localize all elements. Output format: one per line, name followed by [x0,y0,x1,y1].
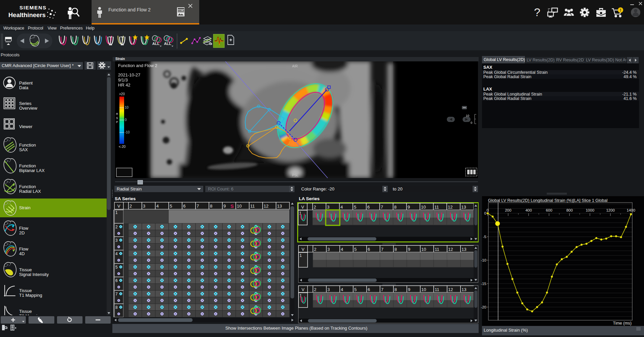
svg-text:7: 7 [197,204,199,209]
svg-text:10: 10 [421,247,426,252]
svg-text:1000: 1000 [586,208,594,212]
svg-text:4: 4 [341,247,343,252]
svg-text:!: ! [620,8,621,13]
svg-text:8: 8 [394,205,396,210]
svg-text:12: 12 [448,287,453,292]
svg-text:11: 11 [435,247,439,252]
svg-text:HR 42: HR 42 [118,82,130,88]
svg-text:6: 6 [115,278,118,283]
svg-text:-20: -20 [481,305,486,309]
svg-text:R: R [116,112,118,116]
svg-text:7: 7 [381,205,383,210]
svg-text:13: 13 [277,204,282,209]
svg-text:S: S [230,203,234,209]
svg-text:0: 0 [471,121,472,124]
svg-text:8: 8 [115,305,118,310]
svg-text:3: 3 [143,204,145,209]
svg-text:6: 6 [367,205,370,210]
svg-text:2: 2 [129,204,132,209]
svg-text:2021-10-27: 2021-10-27 [118,72,141,77]
svg-text:V: V [117,204,120,209]
svg-text:1: 1 [115,210,118,215]
svg-text:13: 13 [461,205,466,210]
svg-text:2: 2 [314,205,316,210]
svg-text:11: 11 [250,204,255,209]
svg-text:5: 5 [115,265,118,270]
svg-text:5: 5 [354,287,357,292]
svg-text:7: 7 [381,287,383,292]
svg-text:7: 7 [381,247,383,252]
svg-text:4: 4 [341,287,343,292]
svg-text:9: 9 [408,205,410,210]
svg-text:Function and Flow 2: Function and Flow 2 [118,63,157,68]
svg-text:12: 12 [448,205,452,210]
svg-text:8: 8 [394,287,397,292]
svg-text:6: 6 [368,287,370,292]
svg-text:-10: -10 [481,258,486,262]
svg-text:<-20: <-20 [119,145,126,149]
svg-text:>20: >20 [119,92,125,96]
svg-text:10: 10 [421,205,426,210]
svg-text:200: 200 [505,208,511,212]
svg-text:600: 600 [546,208,552,212]
svg-text:2: 2 [115,225,118,229]
svg-text:5: 5 [354,205,356,210]
svg-text:10: 10 [421,287,426,292]
svg-text:-5: -5 [483,235,486,239]
svg-text:P: P [116,120,118,124]
svg-text:9: 9 [408,247,410,252]
svg-text:11: 11 [435,287,439,292]
svg-text:11: 11 [434,205,439,210]
svg-text:6: 6 [183,204,185,209]
svg-text:V: V [301,205,304,210]
svg-text:13: 13 [462,247,466,252]
svg-text:3: 3 [327,247,330,252]
svg-text:4: 4 [156,204,159,209]
svg-text:10: 10 [237,204,241,209]
svg-text:-10: -10 [125,130,130,134]
svg-text:PSL: PSL [292,173,299,177]
svg-text:1400: 1400 [627,208,635,212]
svg-text:6: 6 [368,247,370,252]
svg-text:2: 2 [314,247,316,252]
svg-text:10: 10 [125,106,129,109]
svg-text:4: 4 [340,205,343,210]
svg-text:1: 1 [300,253,302,258]
svg-text:V: V [302,247,305,252]
svg-text:1200: 1200 [606,208,615,212]
svg-text:9/1/3: 9/1/3 [118,77,128,82]
svg-text:800: 800 [566,208,573,212]
svg-text:9: 9 [408,287,410,292]
svg-text:ALL: ALL [164,42,171,46]
svg-text:4: 4 [115,251,118,256]
svg-text:12: 12 [448,247,453,252]
svg-text:2: 2 [314,287,316,292]
svg-text:5: 5 [354,247,357,252]
svg-text:10: 10 [466,114,469,117]
svg-text:?: ? [534,6,540,18]
svg-text:3: 3 [115,238,118,243]
svg-text:3: 3 [327,205,329,210]
svg-text:AIR: AIR [292,64,298,68]
svg-text:8: 8 [210,204,212,209]
svg-text:13: 13 [462,287,466,292]
svg-text:ALL: ALL [152,42,160,46]
svg-text:5: 5 [170,204,172,209]
svg-text:S: S [116,116,118,120]
svg-text:8: 8 [394,247,397,252]
svg-text:3: 3 [327,287,330,292]
svg-text:V: V [302,287,305,292]
svg-text:0: 0 [487,208,489,212]
svg-text:-15: -15 [481,282,486,286]
svg-text:12: 12 [264,204,268,209]
svg-text:400: 400 [525,208,532,212]
svg-text:Global LV Results(2D) Longitud: Global LV Results(2D) Longitudinal Strai… [488,198,607,203]
svg-text:0: 0 [125,118,127,122]
svg-text:Time (ms): Time (ms) [613,321,632,326]
svg-text:9: 9 [223,204,226,209]
svg-text:7: 7 [115,292,118,296]
svg-text:0: 0 [484,211,486,215]
